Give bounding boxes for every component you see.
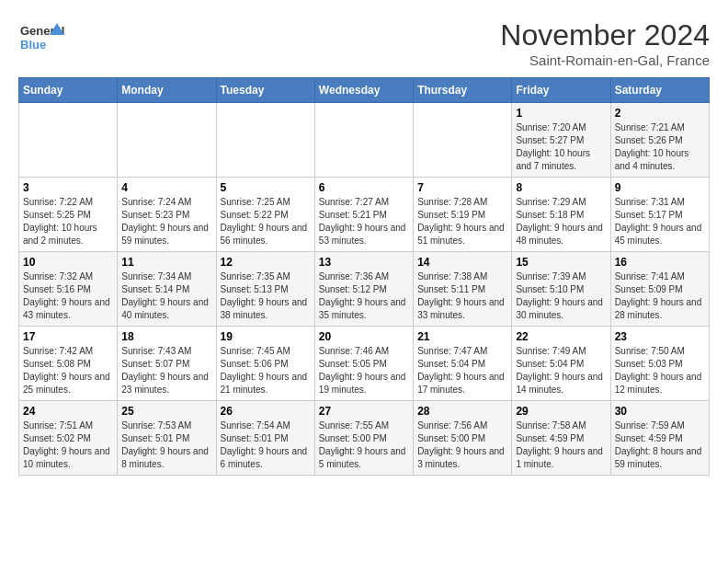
day-info: Sunrise: 7:39 AM Sunset: 5:10 PM Dayligh… bbox=[516, 270, 606, 322]
day-number: 7 bbox=[417, 181, 507, 194]
day-number: 2 bbox=[615, 107, 705, 120]
calendar-cell: 2Sunrise: 7:21 AM Sunset: 5:26 PM Daylig… bbox=[610, 103, 709, 178]
calendar-cell: 22Sunrise: 7:49 AM Sunset: 5:04 PM Dayli… bbox=[512, 327, 610, 401]
day-number: 12 bbox=[221, 256, 311, 269]
calendar-cell: 7Sunrise: 7:28 AM Sunset: 5:19 PM Daylig… bbox=[414, 178, 512, 252]
day-number: 27 bbox=[319, 405, 409, 418]
calendar-cell: 17Sunrise: 7:42 AM Sunset: 5:08 PM Dayli… bbox=[19, 327, 118, 401]
day-number: 6 bbox=[319, 181, 409, 194]
title-area: November 2024 Saint-Romain-en-Gal, Franc… bbox=[500, 18, 710, 68]
day-info: Sunrise: 7:20 AM Sunset: 5:27 PM Dayligh… bbox=[516, 121, 606, 173]
calendar-cell bbox=[19, 103, 118, 178]
day-info: Sunrise: 7:38 AM Sunset: 5:11 PM Dayligh… bbox=[417, 270, 507, 322]
day-info: Sunrise: 7:45 AM Sunset: 5:06 PM Dayligh… bbox=[221, 345, 311, 396]
week-row-1: 1Sunrise: 7:20 AM Sunset: 5:27 PM Daylig… bbox=[19, 103, 710, 178]
weekday-header-saturday: Saturday bbox=[610, 78, 709, 103]
calendar-cell: 11Sunrise: 7:34 AM Sunset: 5:14 PM Dayli… bbox=[118, 252, 216, 327]
calendar-cell: 20Sunrise: 7:46 AM Sunset: 5:05 PM Dayli… bbox=[314, 327, 413, 401]
calendar-cell: 9Sunrise: 7:31 AM Sunset: 5:17 PM Daylig… bbox=[610, 178, 709, 252]
calendar-header: SundayMondayTuesdayWednesdayThursdayFrid… bbox=[19, 78, 710, 103]
month-title: November 2024 bbox=[500, 18, 710, 52]
calendar-cell: 1Sunrise: 7:20 AM Sunset: 5:27 PM Daylig… bbox=[512, 103, 610, 178]
calendar-cell: 28Sunrise: 7:56 AM Sunset: 5:00 PM Dayli… bbox=[414, 401, 512, 476]
calendar-table: SundayMondayTuesdayWednesdayThursdayFrid… bbox=[18, 77, 710, 476]
day-info: Sunrise: 7:59 AM Sunset: 4:59 PM Dayligh… bbox=[615, 419, 705, 471]
day-number: 1 bbox=[516, 107, 606, 120]
day-info: Sunrise: 7:49 AM Sunset: 5:04 PM Dayligh… bbox=[516, 345, 606, 396]
day-number: 9 bbox=[615, 181, 705, 194]
calendar-cell bbox=[414, 103, 512, 178]
calendar-cell: 27Sunrise: 7:55 AM Sunset: 5:00 PM Dayli… bbox=[314, 401, 413, 476]
day-number: 10 bbox=[23, 256, 113, 269]
weekday-header-monday: Monday bbox=[118, 78, 216, 103]
calendar-cell: 6Sunrise: 7:27 AM Sunset: 5:21 PM Daylig… bbox=[314, 178, 413, 252]
day-number: 21 bbox=[417, 330, 507, 343]
calendar-cell: 8Sunrise: 7:29 AM Sunset: 5:18 PM Daylig… bbox=[512, 178, 610, 252]
logo: General Blue bbox=[18, 18, 64, 57]
calendar-cell: 29Sunrise: 7:58 AM Sunset: 4:59 PM Dayli… bbox=[512, 401, 610, 476]
calendar-cell: 25Sunrise: 7:53 AM Sunset: 5:01 PM Dayli… bbox=[118, 401, 216, 476]
day-info: Sunrise: 7:34 AM Sunset: 5:14 PM Dayligh… bbox=[121, 270, 211, 322]
calendar-cell: 18Sunrise: 7:43 AM Sunset: 5:07 PM Dayli… bbox=[118, 327, 216, 401]
day-number: 11 bbox=[121, 256, 211, 269]
day-number: 5 bbox=[221, 181, 311, 194]
calendar-cell: 12Sunrise: 7:35 AM Sunset: 5:13 PM Dayli… bbox=[216, 252, 314, 327]
weekday-header-sunday: Sunday bbox=[19, 78, 118, 103]
day-number: 20 bbox=[319, 330, 409, 343]
day-info: Sunrise: 7:55 AM Sunset: 5:00 PM Dayligh… bbox=[319, 419, 409, 471]
calendar-cell: 30Sunrise: 7:59 AM Sunset: 4:59 PM Dayli… bbox=[610, 401, 709, 476]
calendar-cell bbox=[314, 103, 413, 178]
day-info: Sunrise: 7:46 AM Sunset: 5:05 PM Dayligh… bbox=[319, 345, 409, 396]
calendar-cell: 13Sunrise: 7:36 AM Sunset: 5:12 PM Dayli… bbox=[314, 252, 413, 327]
calendar-cell: 23Sunrise: 7:50 AM Sunset: 5:03 PM Dayli… bbox=[610, 327, 709, 401]
day-number: 15 bbox=[516, 256, 606, 269]
day-info: Sunrise: 7:51 AM Sunset: 5:02 PM Dayligh… bbox=[23, 419, 113, 471]
svg-text:Blue: Blue bbox=[20, 38, 46, 52]
day-info: Sunrise: 7:28 AM Sunset: 5:19 PM Dayligh… bbox=[417, 196, 507, 247]
day-info: Sunrise: 7:21 AM Sunset: 5:26 PM Dayligh… bbox=[615, 121, 705, 173]
day-info: Sunrise: 7:41 AM Sunset: 5:09 PM Dayligh… bbox=[615, 270, 705, 322]
day-number: 18 bbox=[121, 330, 211, 343]
day-info: Sunrise: 7:43 AM Sunset: 5:07 PM Dayligh… bbox=[121, 345, 211, 396]
day-info: Sunrise: 7:32 AM Sunset: 5:16 PM Dayligh… bbox=[23, 270, 113, 322]
day-info: Sunrise: 7:47 AM Sunset: 5:04 PM Dayligh… bbox=[417, 345, 507, 396]
week-row-2: 3Sunrise: 7:22 AM Sunset: 5:25 PM Daylig… bbox=[19, 178, 710, 252]
day-info: Sunrise: 7:58 AM Sunset: 4:59 PM Dayligh… bbox=[516, 419, 606, 471]
calendar-cell: 21Sunrise: 7:47 AM Sunset: 5:04 PM Dayli… bbox=[414, 327, 512, 401]
day-number: 22 bbox=[516, 330, 606, 343]
day-info: Sunrise: 7:36 AM Sunset: 5:12 PM Dayligh… bbox=[319, 270, 409, 322]
day-info: Sunrise: 7:42 AM Sunset: 5:08 PM Dayligh… bbox=[23, 345, 113, 396]
calendar-cell bbox=[118, 103, 216, 178]
day-info: Sunrise: 7:31 AM Sunset: 5:17 PM Dayligh… bbox=[615, 196, 705, 247]
day-number: 26 bbox=[221, 405, 311, 418]
weekday-header-tuesday: Tuesday bbox=[216, 78, 314, 103]
calendar-body: 1Sunrise: 7:20 AM Sunset: 5:27 PM Daylig… bbox=[19, 103, 710, 476]
calendar-cell: 26Sunrise: 7:54 AM Sunset: 5:01 PM Dayli… bbox=[216, 401, 314, 476]
weekday-header-wednesday: Wednesday bbox=[314, 78, 413, 103]
day-number: 28 bbox=[417, 405, 507, 418]
week-row-3: 10Sunrise: 7:32 AM Sunset: 5:16 PM Dayli… bbox=[19, 252, 710, 327]
weekday-header-friday: Friday bbox=[512, 78, 610, 103]
day-info: Sunrise: 7:56 AM Sunset: 5:00 PM Dayligh… bbox=[417, 419, 507, 471]
calendar-cell: 3Sunrise: 7:22 AM Sunset: 5:25 PM Daylig… bbox=[19, 178, 118, 252]
day-number: 16 bbox=[615, 256, 705, 269]
day-number: 14 bbox=[417, 256, 507, 269]
day-info: Sunrise: 7:22 AM Sunset: 5:25 PM Dayligh… bbox=[23, 196, 113, 247]
week-row-4: 17Sunrise: 7:42 AM Sunset: 5:08 PM Dayli… bbox=[19, 327, 710, 401]
day-number: 30 bbox=[615, 405, 705, 418]
day-number: 8 bbox=[516, 181, 606, 194]
day-number: 23 bbox=[615, 330, 705, 343]
calendar-cell bbox=[216, 103, 314, 178]
page-header: General Blue November 2024 Saint-Romain-… bbox=[18, 18, 710, 68]
day-number: 13 bbox=[319, 256, 409, 269]
day-number: 24 bbox=[23, 405, 113, 418]
day-info: Sunrise: 7:25 AM Sunset: 5:22 PM Dayligh… bbox=[221, 196, 311, 247]
day-info: Sunrise: 7:35 AM Sunset: 5:13 PM Dayligh… bbox=[221, 270, 311, 322]
calendar-cell: 5Sunrise: 7:25 AM Sunset: 5:22 PM Daylig… bbox=[216, 178, 314, 252]
calendar-cell: 15Sunrise: 7:39 AM Sunset: 5:10 PM Dayli… bbox=[512, 252, 610, 327]
weekday-header-thursday: Thursday bbox=[414, 78, 512, 103]
day-info: Sunrise: 7:50 AM Sunset: 5:03 PM Dayligh… bbox=[615, 345, 705, 396]
day-number: 4 bbox=[121, 181, 211, 194]
logo-svg: General Blue bbox=[18, 18, 64, 57]
calendar-cell: 19Sunrise: 7:45 AM Sunset: 5:06 PM Dayli… bbox=[216, 327, 314, 401]
